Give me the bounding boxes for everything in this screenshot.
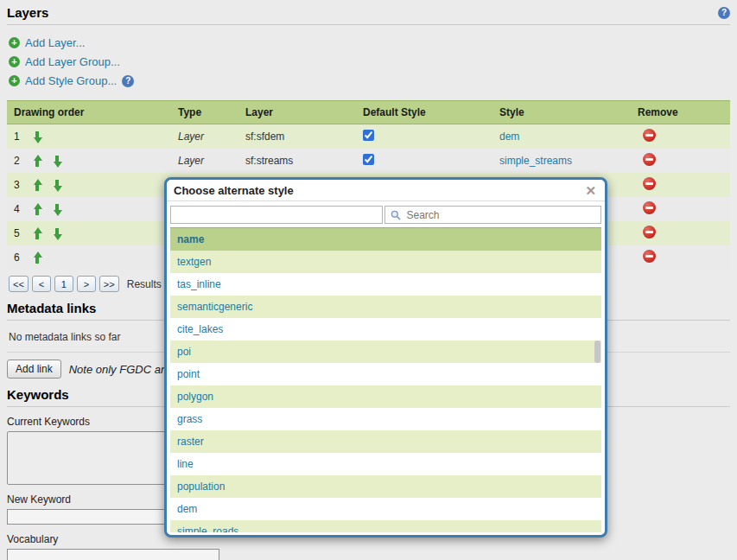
style-option-link[interactable]: raster bbox=[177, 436, 204, 448]
close-icon[interactable]: ✕ bbox=[583, 184, 598, 197]
style-option[interactable]: polygon bbox=[170, 385, 601, 408]
pager-last-button[interactable]: >> bbox=[99, 276, 119, 292]
column-header-layer: Layer bbox=[238, 101, 356, 124]
add-layer-group-link[interactable]: Add Layer Group... bbox=[25, 55, 120, 68]
plus-icon: + bbox=[9, 56, 20, 67]
style-option-link[interactable]: grass bbox=[177, 413, 202, 425]
dialog-titlebar: Choose alternate style ✕ bbox=[167, 180, 605, 201]
add-style-group-row: + Add Style Group... ? bbox=[9, 74, 728, 87]
style-option[interactable]: grass bbox=[170, 408, 601, 430]
pager-next-button[interactable]: > bbox=[77, 276, 96, 292]
vocabulary-input[interactable] bbox=[7, 549, 219, 560]
style-link[interactable]: simple_streams bbox=[499, 155, 572, 167]
move-down-button[interactable] bbox=[53, 155, 62, 168]
remove-button[interactable] bbox=[643, 226, 656, 239]
search-icon bbox=[391, 210, 401, 220]
style-option[interactable]: line bbox=[170, 453, 601, 475]
move-down-button[interactable] bbox=[53, 227, 62, 240]
style-option-link[interactable]: textgen bbox=[177, 256, 211, 268]
style-option-link[interactable]: semanticgeneric bbox=[177, 301, 252, 313]
style-list: textgen tas_inline semanticgeneric cite_… bbox=[170, 251, 601, 532]
remove-button[interactable] bbox=[643, 177, 656, 190]
column-header-default-style: Default Style bbox=[356, 101, 492, 124]
order-number: 5 bbox=[14, 227, 22, 239]
order-number: 3 bbox=[14, 179, 22, 191]
style-option[interactable]: cite_lakes bbox=[170, 318, 601, 340]
style-option-link[interactable]: simple_roads bbox=[177, 525, 238, 532]
layer-row: 2 Layer sf:streams simple_streams bbox=[7, 149, 730, 173]
table-header-row: Drawing order Type Layer Default Style S… bbox=[7, 101, 730, 124]
style-option[interactable]: simple_roads bbox=[170, 520, 601, 532]
move-down-button[interactable] bbox=[53, 179, 62, 192]
move-up-button[interactable] bbox=[33, 155, 42, 168]
add-layer-row: + Add Layer... bbox=[9, 36, 728, 49]
style-link[interactable]: dem bbox=[499, 130, 519, 143]
remove-button[interactable] bbox=[643, 153, 656, 166]
move-down-button[interactable] bbox=[53, 203, 62, 216]
add-link-button[interactable]: Add link bbox=[7, 360, 61, 379]
choose-style-dialog: Choose alternate style ✕ name textgen ta… bbox=[164, 177, 607, 538]
style-option-link[interactable]: tas_inline bbox=[177, 278, 221, 290]
move-up-button[interactable] bbox=[33, 203, 42, 216]
order-number: 2 bbox=[14, 155, 22, 167]
remove-button[interactable] bbox=[643, 250, 656, 263]
style-option-link[interactable]: poi bbox=[177, 346, 191, 358]
add-layer-link[interactable]: Add Layer... bbox=[25, 36, 85, 49]
dialog-pager-area bbox=[170, 206, 383, 224]
style-option-link[interactable]: point bbox=[177, 368, 200, 380]
column-header-remove: Remove bbox=[631, 101, 730, 124]
style-option-link[interactable]: dem bbox=[177, 503, 197, 515]
layer-name: sf:streams bbox=[238, 149, 356, 173]
add-layer-group-row: + Add Layer Group... bbox=[9, 55, 728, 68]
remove-button[interactable] bbox=[643, 201, 656, 214]
style-option[interactable]: semanticgeneric bbox=[170, 296, 601, 318]
dialog-search-row bbox=[167, 201, 605, 227]
plus-icon: + bbox=[9, 37, 20, 48]
style-option-link[interactable]: polygon bbox=[177, 391, 213, 403]
move-down-button[interactable] bbox=[33, 130, 42, 143]
style-option[interactable]: population bbox=[170, 475, 601, 498]
move-up-button[interactable] bbox=[33, 227, 42, 240]
style-option[interactable]: textgen bbox=[170, 251, 601, 273]
default-style-checkbox[interactable] bbox=[363, 154, 374, 165]
pager-prev-button[interactable]: < bbox=[32, 276, 51, 292]
page-title: Layers bbox=[7, 5, 48, 20]
style-option-link[interactable]: line bbox=[177, 458, 194, 470]
column-header-drawing-order: Drawing order bbox=[7, 101, 171, 124]
order-number: 1 bbox=[14, 130, 22, 143]
column-header-style: Style bbox=[492, 101, 631, 124]
style-option[interactable]: raster bbox=[170, 430, 601, 453]
search-field bbox=[384, 206, 602, 224]
style-option-link[interactable]: cite_lakes bbox=[177, 323, 223, 335]
move-up-button[interactable] bbox=[33, 179, 42, 192]
style-option-link[interactable]: population bbox=[177, 480, 225, 493]
layer-type: Layer bbox=[171, 149, 238, 173]
style-option[interactable]: poi bbox=[170, 340, 601, 363]
scrollbar-thumb[interactable] bbox=[594, 340, 600, 363]
column-header-type: Type bbox=[171, 101, 238, 124]
name-column-header[interactable]: name bbox=[170, 227, 601, 251]
add-style-group-link[interactable]: Add Style Group... bbox=[25, 74, 117, 87]
page-help-icon[interactable]: ? bbox=[718, 7, 730, 19]
dialog-title: Choose alternate style bbox=[174, 184, 294, 197]
layer-row: 1 Layer sf:sfdem dem bbox=[7, 124, 730, 150]
default-style-checkbox[interactable] bbox=[363, 130, 374, 141]
move-up-button[interactable] bbox=[33, 251, 42, 264]
order-number: 6 bbox=[14, 251, 22, 264]
add-links: + Add Layer... + Add Layer Group... + Ad… bbox=[7, 25, 730, 95]
order-number: 4 bbox=[14, 203, 22, 215]
results-label: Results bbox=[127, 278, 162, 290]
pager-first-button[interactable]: << bbox=[9, 276, 29, 292]
pager-page-button[interactable]: 1 bbox=[54, 276, 73, 292]
layer-type: Layer bbox=[171, 124, 238, 150]
style-option[interactable]: dem bbox=[170, 498, 601, 520]
style-search-input[interactable] bbox=[405, 208, 601, 222]
page-header: Layers ? bbox=[7, 3, 730, 25]
layer-name: sf:sfdem bbox=[238, 124, 356, 150]
style-option[interactable]: point bbox=[170, 363, 601, 385]
plus-icon: + bbox=[9, 75, 20, 86]
style-option[interactable]: tas_inline bbox=[170, 273, 601, 296]
remove-button[interactable] bbox=[643, 129, 656, 142]
style-group-help-icon[interactable]: ? bbox=[122, 75, 134, 87]
